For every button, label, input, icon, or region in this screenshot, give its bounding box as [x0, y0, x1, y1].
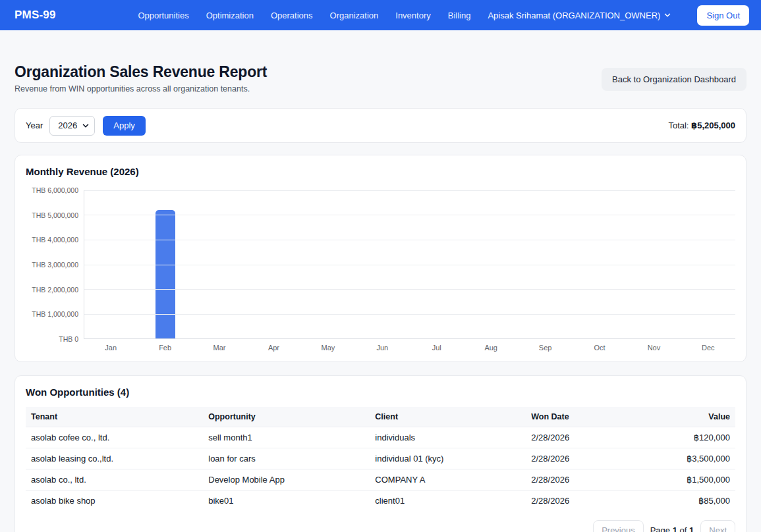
chart-x-axis: JanFebMarAprMayJunJulAugSepOctNovDec	[84, 344, 735, 352]
chart-y-axis: THB 6,000,000THB 5,000,000THB 4,000,000T…	[26, 190, 84, 339]
back-to-dashboard-button[interactable]: Back to Organization Dashboard	[602, 68, 747, 91]
filter-bar: Year 2026 Apply Total: ฿5,205,000	[14, 108, 747, 143]
sign-out-button[interactable]: Sign Out	[697, 5, 749, 26]
cell-tenant: asolab cofee co., ltd.	[26, 427, 203, 448]
column-header-client: Client	[370, 407, 526, 427]
bar-chart: THB 6,000,000THB 5,000,000THB 4,000,000T…	[26, 190, 735, 339]
won-opportunities-table: Tenant Opportunity Client Won Date Value…	[26, 407, 735, 511]
table-header-row: Tenant Opportunity Client Won Date Value	[26, 407, 735, 427]
y-tick-label: THB 2,000,000	[32, 286, 78, 294]
table-body: asolab cofee co., ltd.sell month1individ…	[26, 427, 735, 512]
x-tick-label: Jun	[355, 344, 409, 352]
x-tick-label: Mar	[192, 344, 246, 352]
chevron-down-icon	[664, 12, 671, 18]
y-tick-label: THB 0	[59, 335, 78, 343]
y-tick-label: THB 6,000,000	[32, 186, 78, 194]
cell-tenant: asolab co., ltd.	[26, 469, 203, 491]
page-content: Organization Sales Revenue Report Revenu…	[0, 63, 761, 532]
revenue-bar-feb	[155, 210, 175, 338]
x-tick-label: Feb	[138, 344, 192, 352]
column-header-opportunity: Opportunity	[203, 407, 370, 427]
gridline	[84, 314, 735, 315]
year-select-wrap: 2026	[49, 116, 95, 136]
cell-won-date: 2/28/2026	[526, 427, 633, 448]
cell-value: ฿3,500,000	[633, 448, 735, 469]
nav-item-operations[interactable]: Operations	[271, 11, 313, 20]
next-page-button[interactable]: Next	[700, 520, 735, 532]
cell-opportunity: sell month1	[203, 427, 370, 448]
cell-won-date: 2/28/2026	[526, 491, 633, 512]
won-opportunities-card: Won Opportunities (4) Tenant Opportunity…	[14, 375, 747, 532]
year-label: Year	[26, 120, 43, 130]
gridline	[84, 190, 735, 191]
column-header-won-date: Won Date	[526, 407, 633, 427]
user-menu-label: Apisak Srihamat (ORGANIZATION_OWNER)	[488, 11, 660, 20]
nav-item-opportunities[interactable]: Opportunities	[138, 11, 188, 20]
total-revenue: Total: ฿5,205,000	[668, 120, 735, 130]
cell-client: COMPANY A	[370, 469, 526, 491]
x-tick-label: Oct	[573, 344, 627, 352]
total-label: Total:	[668, 120, 689, 130]
cell-opportunity: loan for cars	[203, 448, 370, 469]
table-row: asolab leasing co.,ltd.loan for carsindi…	[26, 448, 735, 469]
cell-value: ฿1,500,000	[633, 469, 735, 491]
nav-item-optimization[interactable]: Optimization	[206, 11, 254, 20]
cell-won-date: 2/28/2026	[526, 448, 633, 469]
cell-won-date: 2/28/2026	[526, 469, 633, 491]
page-indicator: Page 1 of 1	[650, 525, 694, 532]
cell-value: ฿85,000	[633, 491, 735, 512]
nav-links: Opportunities Optimization Operations Or…	[138, 5, 749, 26]
cell-value: ฿120,000	[633, 427, 735, 448]
previous-page-button[interactable]: Previous	[593, 520, 644, 532]
apply-button[interactable]: Apply	[103, 116, 146, 136]
y-tick-label: THB 4,000,000	[32, 236, 78, 244]
gridline	[84, 289, 735, 290]
pagination: Previous Page 1 of 1 Next	[26, 520, 735, 532]
gridline	[84, 215, 735, 215]
x-tick-label: Dec	[681, 344, 735, 352]
cell-client: client01	[370, 491, 526, 512]
x-tick-label: Aug	[464, 344, 518, 352]
total-value: ฿5,205,000	[691, 120, 735, 130]
top-navigation: PMS-99 Opportunities Optimization Operat…	[0, 0, 761, 30]
y-tick-label: THB 3,000,000	[32, 261, 78, 269]
chart-plot-area	[84, 190, 735, 339]
column-header-tenant: Tenant	[26, 407, 203, 427]
app-brand: PMS-99	[14, 9, 56, 22]
y-tick-label: THB 5,000,000	[32, 211, 78, 219]
page-subtitle: Revenue from WIN opportunities across al…	[14, 84, 267, 93]
table-row: asolab cofee co., ltd.sell month1individ…	[26, 427, 735, 448]
cell-tenant: asolab leasing co.,ltd.	[26, 448, 203, 469]
cell-opportunity: bike01	[203, 491, 370, 512]
table-row: asolab co., ltd.Develop Mobile AppCOMPAN…	[26, 469, 735, 491]
nav-item-billing[interactable]: Billing	[448, 11, 471, 20]
x-tick-label: May	[301, 344, 355, 352]
y-tick-label: THB 1,000,000	[32, 310, 78, 318]
user-menu[interactable]: Apisak Srihamat (ORGANIZATION_OWNER)	[488, 11, 671, 20]
x-tick-label: Nov	[627, 344, 681, 352]
year-select[interactable]: 2026	[49, 116, 95, 136]
cell-opportunity: Develop Mobile App	[203, 469, 370, 491]
cell-tenant: asolab bike shop	[26, 491, 203, 512]
nav-item-organization[interactable]: Organization	[330, 11, 379, 20]
page-header: Organization Sales Revenue Report Revenu…	[14, 63, 747, 93]
x-tick-label: Jul	[410, 344, 464, 352]
table-row: asolab bike shopbike01client012/28/2026฿…	[26, 491, 735, 512]
gridline	[84, 265, 735, 265]
cell-client: individuals	[370, 427, 526, 448]
cell-client: individual 01 (kyc)	[370, 448, 526, 469]
column-header-value: Value	[633, 407, 735, 427]
won-opportunities-title: Won Opportunities (4)	[26, 386, 735, 398]
monthly-revenue-card: Monthly Revenue (2026) THB 6,000,000THB …	[14, 155, 747, 362]
gridline	[84, 240, 735, 240]
x-tick-label: Jan	[84, 344, 138, 352]
x-tick-label: Sep	[518, 344, 572, 352]
chart-title: Monthly Revenue (2026)	[26, 166, 735, 177]
page-title: Organization Sales Revenue Report	[14, 63, 267, 81]
x-tick-label: Apr	[246, 344, 300, 352]
nav-item-inventory[interactable]: Inventory	[395, 11, 430, 20]
